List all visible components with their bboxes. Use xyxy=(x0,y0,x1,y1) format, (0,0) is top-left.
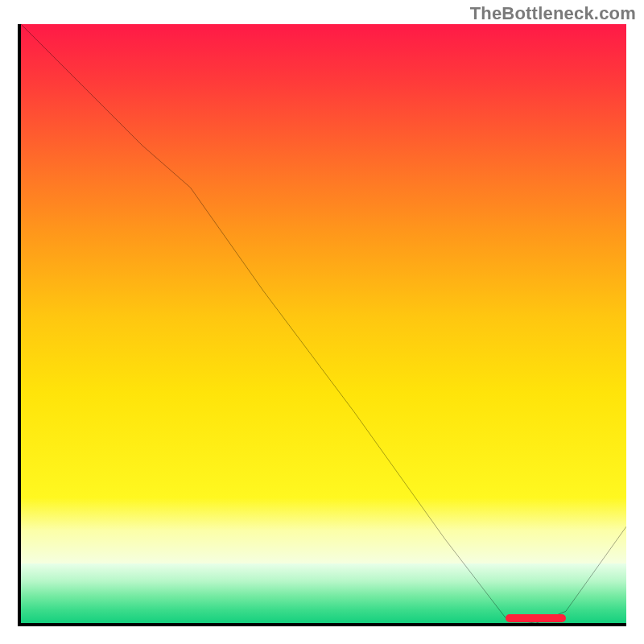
chart-container: TheBottleneck.com xyxy=(0,0,644,644)
curve-path xyxy=(21,24,626,623)
optimum-marker xyxy=(506,614,566,622)
bottleneck-curve xyxy=(21,24,626,626)
attribution-text: TheBottleneck.com xyxy=(470,3,636,24)
plot-area xyxy=(18,24,626,626)
